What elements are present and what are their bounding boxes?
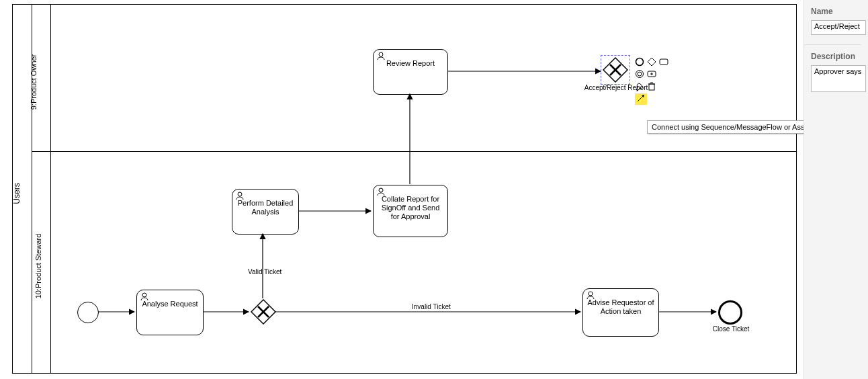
svg-point-0 bbox=[379, 52, 383, 56]
gateway-shape bbox=[251, 299, 276, 325]
panel-desc-value: Approver says bbox=[814, 67, 861, 75]
task-review-report[interactable]: Review Report bbox=[373, 49, 448, 95]
gateway-accept-reject[interactable]: Accept/Reject Report bbox=[603, 57, 628, 83]
task-icon[interactable] bbox=[659, 57, 668, 67]
panel-name-label: Name bbox=[811, 7, 868, 16]
gateway-shape bbox=[603, 57, 628, 83]
end-event-close-ticket[interactable]: Close Ticket bbox=[718, 300, 742, 325]
task-label: Advise Requestor of Action taken bbox=[587, 298, 654, 316]
lane-product-steward: 10:Product Steward Analyse Request bbox=[32, 151, 796, 373]
pool-users: Users 9:Product Owner Review Report bbox=[12, 4, 797, 374]
panel-desc-input[interactable]: Approver says bbox=[811, 65, 866, 92]
user-icon bbox=[235, 191, 245, 200]
end-event-label: Close Ticket bbox=[704, 325, 758, 333]
task-analyse-request[interactable]: Analyse Request bbox=[136, 290, 204, 335]
svg-point-22 bbox=[379, 188, 383, 192]
subprocess-icon[interactable] bbox=[647, 69, 656, 79]
context-toolbar bbox=[635, 57, 668, 108]
panel-divider bbox=[804, 44, 861, 45]
task-advise-requestor[interactable]: Advise Requestor of Action taken bbox=[582, 288, 659, 337]
svg-point-8 bbox=[638, 72, 642, 76]
lane-title-bar-steward: 10:Product Steward bbox=[32, 151, 51, 373]
lane-product-owner: 9:Product Owner Review Report Accept/Rej… bbox=[32, 5, 796, 152]
flow-label-valid: Valid Ticket bbox=[248, 268, 281, 276]
properties-panel: Name Accept/Reject Description Approver … bbox=[804, 0, 868, 379]
gateway-icon[interactable] bbox=[647, 57, 656, 67]
user-icon bbox=[376, 187, 386, 196]
start-event[interactable] bbox=[77, 302, 99, 323]
lane-title-owner: 9:Product Owner bbox=[30, 54, 38, 110]
task-label: Analyse Request bbox=[141, 300, 199, 308]
panel-name-input[interactable]: Accept/Reject bbox=[811, 20, 866, 35]
svg-marker-5 bbox=[648, 58, 656, 66]
connect-icon[interactable] bbox=[635, 93, 647, 105]
lane-title-bar-owner: 9:Product Owner bbox=[32, 5, 51, 151]
svg-point-21 bbox=[238, 192, 242, 196]
svg-rect-6 bbox=[660, 59, 668, 65]
user-icon bbox=[140, 292, 149, 301]
task-label: Perform Detailed Analysis bbox=[236, 199, 294, 216]
task-collate-report[interactable]: Collate Report for SignOff and Send for … bbox=[373, 185, 448, 237]
svg-point-4 bbox=[636, 58, 644, 66]
svg-point-7 bbox=[636, 71, 644, 78]
task-perform-detailed-analysis[interactable]: Perform Detailed Analysis bbox=[232, 189, 299, 235]
panel-name-value: Accept/Reject bbox=[814, 22, 860, 30]
intermediate-event-icon[interactable] bbox=[635, 69, 644, 79]
svg-point-23 bbox=[589, 292, 593, 296]
user-icon bbox=[586, 290, 595, 300]
end-event-icon[interactable] bbox=[635, 57, 644, 67]
gateway-branch[interactable] bbox=[251, 299, 276, 325]
task-label: Review Report bbox=[378, 59, 443, 68]
lane-title-steward: 10:Product Steward bbox=[34, 234, 42, 299]
svg-point-17 bbox=[142, 293, 146, 297]
panel-desc-label: Description bbox=[811, 52, 868, 61]
wrench-icon[interactable] bbox=[635, 81, 644, 91]
trash-icon[interactable] bbox=[647, 81, 656, 91]
user-icon bbox=[376, 51, 386, 60]
svg-rect-12 bbox=[649, 84, 654, 90]
pool-title: Users bbox=[12, 183, 21, 204]
flow-label-invalid: Invalid Ticket bbox=[412, 303, 451, 310]
task-label: Collate Report for SignOff and Send for … bbox=[378, 195, 443, 222]
